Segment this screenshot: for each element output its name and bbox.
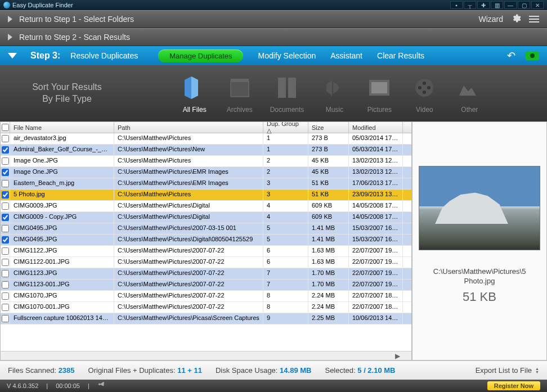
- filetype-documents[interactable]: Documents: [270, 73, 304, 114]
- cell-modified: 22/07/2007 19:18:5: [349, 246, 403, 256]
- header-path[interactable]: Path: [114, 122, 263, 133]
- chevron-down-icon[interactable]: [8, 53, 17, 58]
- table-row[interactable]: CIMG1123.JPGC:\Users\Matthew\Pictures\20…: [1, 268, 411, 280]
- row-check[interactable]: [1, 133, 10, 144]
- horizontal-scrollbar[interactable]: ▶: [1, 351, 411, 360]
- share-icon[interactable]: [97, 381, 105, 390]
- header-filename[interactable]: File Name: [10, 122, 114, 133]
- row-check[interactable]: [1, 268, 10, 279]
- cell-path: C:\Users\Matthew\Pictures\2007-07-22: [114, 268, 263, 279]
- winbtn-3[interactable]: ✚: [477, 1, 490, 9]
- record-button[interactable]: [526, 51, 539, 60]
- cell-modified: 14/05/2008 17:56:1: [349, 212, 403, 223]
- row-check[interactable]: [1, 167, 10, 178]
- cell-path: C:\Users\Matthew\Pictures\2007-07-22: [114, 291, 263, 301]
- row-check[interactable]: [1, 212, 10, 223]
- winbtn-1[interactable]: ▪: [450, 1, 463, 9]
- row-check[interactable]: [1, 291, 10, 301]
- assistant-button[interactable]: Assistant: [330, 51, 362, 60]
- undo-icon[interactable]: ↶: [507, 49, 515, 62]
- filetype-pictures[interactable]: Pictures: [365, 73, 394, 114]
- cell-filename: CIMG1122-001.JPG: [10, 257, 114, 268]
- header-dup-group[interactable]: Dup. Group △: [263, 122, 308, 133]
- register-button[interactable]: Register Now: [487, 381, 540, 390]
- cell-modified: 13/02/2013 12:27:5: [349, 167, 403, 178]
- svg-rect-1: [231, 79, 249, 82]
- header-modified[interactable]: Modified: [349, 122, 403, 133]
- app-title: Easy Duplicate Finder: [12, 2, 73, 8]
- row-check[interactable]: [1, 246, 10, 256]
- cell-modified: 22/07/2007 19:18:5: [349, 257, 403, 268]
- filetype-icon: [180, 73, 209, 102]
- row-check[interactable]: [1, 257, 10, 268]
- row-check[interactable]: [1, 223, 10, 234]
- winbtn-4[interactable]: ▥: [491, 1, 503, 9]
- row-check[interactable]: [1, 190, 10, 200]
- table-row[interactable]: CIMG0009 - Copy.JPGC:\Users\Matthew\Pict…: [1, 212, 411, 223]
- gear-icon[interactable]: [511, 13, 521, 25]
- row-check[interactable]: [1, 302, 10, 313]
- row-check[interactable]: [1, 156, 10, 166]
- svg-point-10: [423, 91, 426, 94]
- cell-size: 51 KB: [308, 190, 349, 200]
- cell-filename: CIMG0495.JPG: [10, 235, 114, 245]
- cell-group: 2: [263, 156, 308, 166]
- cell-group: 6: [263, 246, 308, 256]
- table-row[interactable]: Admiral_Baker_Golf_Course_-_North…C:\Use…: [1, 145, 411, 156]
- table-row[interactable]: CIMG1122.JPGC:\Users\Matthew\Pictures\20…: [1, 246, 411, 257]
- table-row[interactable]: Eastern_Beach_m.jpgC:\Users\Matthew\Pict…: [1, 178, 411, 190]
- clear-results-button[interactable]: Clear Results: [377, 51, 424, 60]
- header-size[interactable]: Size: [308, 122, 349, 133]
- filetype-other[interactable]: Other: [455, 73, 484, 114]
- cell-path: C:\Users\Matthew\Pictures\New: [114, 145, 263, 155]
- export-list-button[interactable]: Export List to File ▲▼: [476, 366, 539, 375]
- table-row[interactable]: Fullscreen capture 10062013 141953…C:\Us…: [1, 313, 411, 325]
- table-row[interactable]: CIMG1070.JPGC:\Users\Matthew\Pictures\20…: [1, 291, 411, 302]
- cell-group: 7: [263, 268, 308, 279]
- modify-selection-button[interactable]: Modify Selection: [258, 51, 316, 60]
- table-row[interactable]: Image One.JPGC:\Users\Matthew\Pictures\E…: [1, 167, 411, 178]
- cell-filename: Fullscreen capture 10062013 141953…: [10, 313, 114, 324]
- table-row[interactable]: CIMG0495.JPGC:\Users\Matthew\Pictures\20…: [1, 223, 411, 235]
- svg-rect-5: [371, 82, 387, 93]
- filetype-music[interactable]: Music: [320, 73, 349, 114]
- table-row[interactable]: CIMG1123-001.JPGC:\Users\Matthew\Picture…: [1, 280, 411, 291]
- maximize-button[interactable]: ▢: [518, 1, 530, 9]
- step1-row[interactable]: Return to Step 1 - Select Folders Wizard: [0, 10, 547, 28]
- menu-icon[interactable]: [529, 16, 539, 22]
- cell-modified: 15/03/2007 16:17:5: [349, 235, 403, 245]
- row-check[interactable]: [1, 313, 10, 324]
- table-row[interactable]: CIMG0009.JPGC:\Users\Matthew\Pictures\Di…: [1, 201, 411, 212]
- cell-path: C:\Users\Matthew\Pictures\Digital: [114, 212, 263, 223]
- wizard-label[interactable]: Wizard: [478, 15, 503, 24]
- row-check[interactable]: [1, 145, 10, 155]
- cell-modified: 17/06/2013 17:04:1: [349, 178, 403, 189]
- table-row[interactable]: Image One.JPGC:\Users\Matthew\Pictures24…: [1, 156, 411, 167]
- version-label: V 4.6.0.352: [7, 382, 38, 389]
- row-check[interactable]: [1, 235, 10, 245]
- row-check[interactable]: [1, 201, 10, 211]
- cell-filename: CIMG0495.JPG: [10, 223, 114, 234]
- table-row[interactable]: CIMG1122-001.JPGC:\Users\Matthew\Picture…: [1, 257, 411, 268]
- cell-size: 51 KB: [308, 178, 349, 189]
- cell-size: 2.24 MB: [308, 302, 349, 313]
- cell-path: C:\Users\Matthew\Pictures: [114, 156, 263, 166]
- filetype-all-files[interactable]: All Files: [180, 73, 209, 114]
- table-row[interactable]: CIMG0495.JPGC:\Users\Matthew\Pictures\Di…: [1, 235, 411, 246]
- filetype-archives[interactable]: Archives: [225, 73, 254, 114]
- step2-row[interactable]: Return to Step 2 - Scan Results: [0, 28, 547, 46]
- winbtn-2[interactable]: ┬: [464, 1, 476, 9]
- grid-header: File Name Path Dup. Group △ Size Modifie…: [1, 122, 411, 133]
- table-row[interactable]: air_devastator3.jpgC:\Users\Matthew\Pict…: [1, 133, 411, 145]
- row-check[interactable]: [1, 178, 10, 189]
- chevron-right-icon: [8, 16, 12, 22]
- table-row[interactable]: CIMG1070-001.JPGC:\Users\Matthew\Picture…: [1, 302, 411, 313]
- manage-duplicates-button[interactable]: Manage Duplicates: [158, 49, 243, 62]
- close-button[interactable]: ✕: [531, 1, 544, 9]
- row-check[interactable]: [1, 280, 10, 290]
- table-row[interactable]: 5 Photo.jpgC:\Users\Matthew\Pictures351 …: [1, 190, 411, 201]
- header-check[interactable]: [1, 122, 10, 133]
- filetype-video[interactable]: Video: [410, 73, 439, 114]
- minimize-button[interactable]: —: [504, 1, 517, 9]
- grid-body[interactable]: air_devastator3.jpgC:\Users\Matthew\Pict…: [1, 133, 411, 351]
